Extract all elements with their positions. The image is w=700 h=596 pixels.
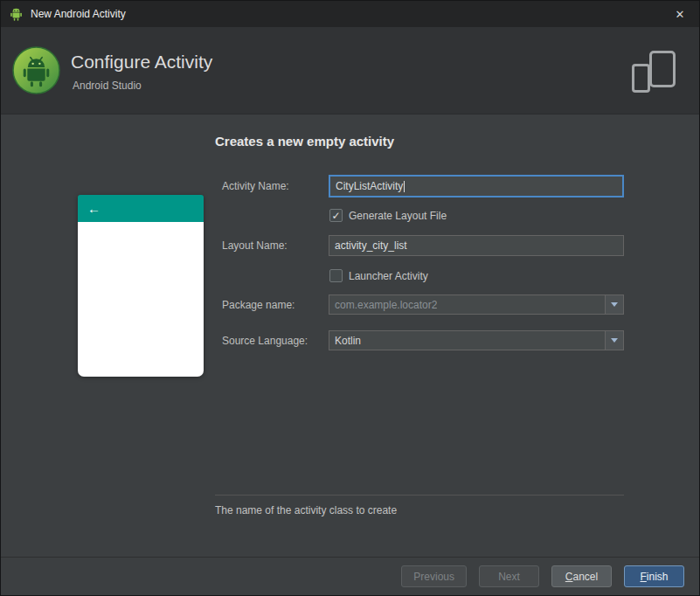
- generate-layout-checkbox[interactable]: ✓: [329, 209, 343, 222]
- activity-name-value: CityListActivity: [336, 180, 403, 192]
- chevron-down-icon: [611, 338, 618, 343]
- tablet-icon: [649, 51, 676, 87]
- chevron-down-icon: [611, 302, 618, 307]
- activity-preview-thumbnail: ←: [78, 195, 204, 377]
- window-title: New Android Activity: [31, 8, 126, 20]
- preview-content-area: [78, 222, 204, 377]
- source-language-label: Source Language:: [222, 335, 308, 347]
- activity-name-input[interactable]: CityListActivity: [329, 175, 624, 198]
- cancel-mnemonic: C: [565, 571, 573, 583]
- wizard-subtitle: Android Studio: [73, 80, 142, 92]
- back-arrow-icon: ←: [87, 201, 100, 216]
- package-name-value: com.example.locator2: [335, 299, 437, 311]
- form-heading: Creates a new empty activity: [215, 134, 394, 149]
- cancel-label-rest: ancel: [572, 571, 598, 583]
- status-divider: [215, 495, 624, 496]
- launcher-activity-checkbox[interactable]: [329, 269, 343, 282]
- new-android-activity-dialog: New Android Activity ✕: [0, 0, 700, 596]
- layout-name-value: activity_city_list: [335, 239, 407, 252]
- text-caret: [404, 181, 405, 192]
- generate-layout-label: Generate Layout File: [349, 210, 447, 222]
- source-language-value: Kotlin: [335, 335, 361, 347]
- close-icon[interactable]: ✕: [661, 1, 699, 27]
- launcher-activity-row[interactable]: Launcher Activity: [329, 269, 428, 282]
- layout-name-input[interactable]: activity_city_list: [329, 235, 624, 256]
- android-robot-icon: [9, 7, 24, 22]
- cancel-button[interactable]: Cancel: [551, 565, 612, 587]
- activity-name-label: Activity Name:: [222, 180, 289, 192]
- checkmark-icon: ✓: [331, 211, 340, 221]
- wizard-body: ← Creates a new empty activity Activity …: [1, 114, 699, 558]
- layout-name-label: Layout Name:: [222, 239, 288, 252]
- previous-button[interactable]: Previous: [401, 565, 467, 587]
- next-button[interactable]: Next: [479, 565, 539, 587]
- source-language-combobox[interactable]: Kotlin: [329, 330, 624, 350]
- finish-mnemonic: F: [640, 571, 646, 583]
- package-name-combobox[interactable]: com.example.locator2: [329, 295, 624, 315]
- preview-appbar: ←: [78, 195, 204, 222]
- status-text: The name of the activity class to create: [215, 504, 397, 516]
- button-bar: Previous Next Cancel Finish: [1, 557, 699, 595]
- source-language-dropdown-button[interactable]: [605, 331, 623, 350]
- wizard-header: Configure Activity Android Studio: [1, 27, 699, 114]
- device-form-factor-icon: [632, 51, 676, 93]
- launcher-activity-label: Launcher Activity: [349, 270, 428, 282]
- android-studio-logo-icon: [12, 46, 60, 94]
- wizard-title: Configure Activity: [71, 52, 212, 73]
- package-name-dropdown-button[interactable]: [605, 295, 623, 314]
- package-name-label: Package name:: [222, 299, 295, 311]
- title-bar: New Android Activity ✕: [1, 1, 699, 27]
- finish-button[interactable]: Finish: [624, 565, 684, 587]
- finish-label-rest: inish: [647, 571, 669, 583]
- phone-icon: [632, 64, 650, 93]
- generate-layout-row[interactable]: ✓ Generate Layout File: [329, 209, 447, 222]
